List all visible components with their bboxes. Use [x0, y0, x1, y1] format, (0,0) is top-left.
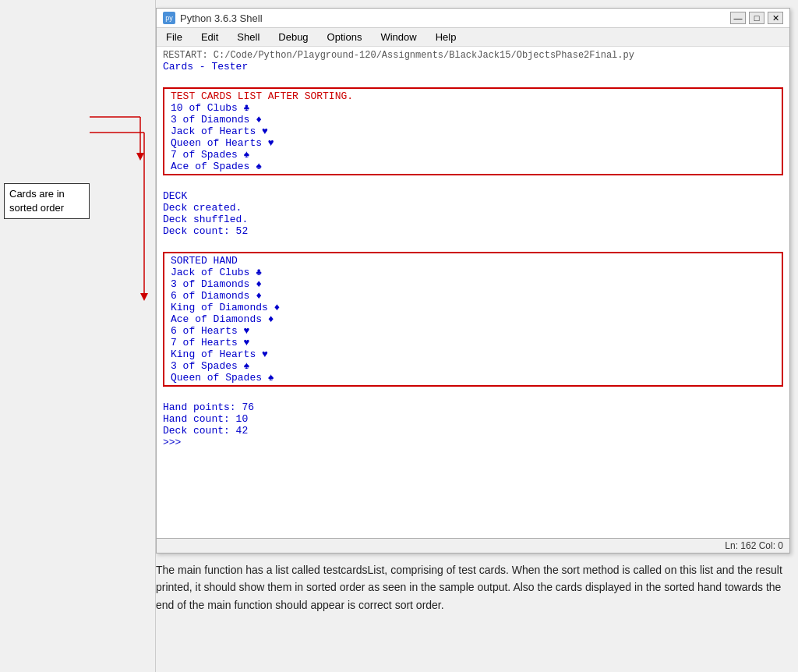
test-card-0: 10 of Clubs ♣: [171, 102, 775, 114]
sorted-card-7: King of Hearts ♥: [171, 348, 775, 360]
sorted-hand-section: SORTED HAND Jack of Clubs ♣ 3 of Diamond…: [163, 252, 783, 387]
sorted-card-0: Jack of Clubs ♣: [171, 267, 775, 278]
sorted-card-5: 6 of Hearts ♥: [171, 325, 775, 337]
test-card-2: Jack of Hearts ♥: [171, 126, 775, 137]
sorted-card-1: 3 of Diamonds ♦: [171, 278, 775, 290]
final-deck-count: Deck count: 42: [163, 425, 783, 437]
test-cards-section: TEST CARDS LIST AFTER SORTING. 10 of Clu…: [163, 87, 783, 175]
annotation-box: Cards are in sorted order: [4, 183, 90, 219]
close-button[interactable]: ✕: [768, 12, 783, 24]
cards-tester-line: Cards - Tester: [163, 61, 783, 73]
shell-output[interactable]: RESTART: C:/Code/Python/Playground-120/A…: [157, 47, 789, 538]
menu-window[interactable]: Window: [377, 30, 419, 44]
svg-marker-5: [140, 293, 148, 301]
title-left: py Python 3.6.3 Shell: [163, 12, 263, 24]
minimize-button[interactable]: —: [730, 12, 746, 24]
status-bar: Ln: 162 Col: 0: [157, 538, 789, 553]
test-card-3: Queen of Hearts ♥: [171, 137, 775, 149]
deck-created: Deck created.: [163, 202, 783, 214]
test-card-4: 7 of Spades ♠: [171, 149, 775, 161]
menubar: File Edit Shell Debug Options Window Hel…: [157, 28, 789, 47]
svg-marker-2: [136, 153, 144, 161]
menu-shell[interactable]: Shell: [234, 30, 263, 44]
menu-debug[interactable]: Debug: [275, 30, 311, 44]
prompt-line: >>>: [163, 437, 783, 448]
deck-shuffled: Deck shuffled.: [163, 214, 783, 225]
sorted-card-3: King of Diamonds ♦: [171, 302, 775, 313]
test-card-5: Ace of Spades ♠: [171, 161, 775, 172]
left-panel: Cards are in sorted order: [0, 0, 156, 672]
maximize-button[interactable]: □: [749, 12, 764, 24]
sorted-card-2: 6 of Diamonds ♦: [171, 290, 775, 302]
main-area: py Python 3.6.3 Shell — □ ✕ File Edit Sh…: [156, 0, 798, 672]
app-icon: py: [163, 12, 175, 24]
description-text: The main function has a list called test…: [156, 564, 782, 611]
sorted-hand-header: SORTED HAND: [171, 255, 775, 267]
sorted-card-6: 7 of Hearts ♥: [171, 337, 775, 348]
sorted-card-4: Ace of Diamonds ♦: [171, 313, 775, 325]
description: The main function has a list called test…: [156, 561, 790, 614]
menu-options[interactable]: Options: [324, 30, 365, 44]
menu-help[interactable]: Help: [433, 30, 460, 44]
annotation-text: Cards are in sorted order: [9, 188, 65, 214]
window-controls: — □ ✕: [730, 12, 783, 24]
status-text: Ln: 162 Col: 0: [725, 540, 783, 551]
python-shell-window: py Python 3.6.3 Shell — □ ✕ File Edit Sh…: [156, 8, 790, 554]
restart-line: RESTART: C:/Code/Python/Playground-120/A…: [163, 50, 783, 61]
window-title: Python 3.6.3 Shell: [180, 12, 263, 24]
test-cards-header: TEST CARDS LIST AFTER SORTING.: [171, 90, 775, 102]
hand-points: Hand points: 76: [163, 401, 783, 413]
deck-count: Deck count: 52: [163, 225, 783, 237]
menu-file[interactable]: File: [163, 30, 185, 44]
menu-edit[interactable]: Edit: [198, 30, 221, 44]
titlebar: py Python 3.6.3 Shell — □ ✕: [157, 9, 789, 28]
hand-count: Hand count: 10: [163, 413, 783, 425]
arrow-diagram: [0, 94, 156, 452]
test-card-1: 3 of Diamonds ♦: [171, 114, 775, 126]
sorted-card-9: Queen of Spades ♠: [171, 372, 775, 384]
sorted-card-8: 3 of Spades ♠: [171, 360, 775, 372]
deck-label: DECK: [163, 190, 783, 202]
